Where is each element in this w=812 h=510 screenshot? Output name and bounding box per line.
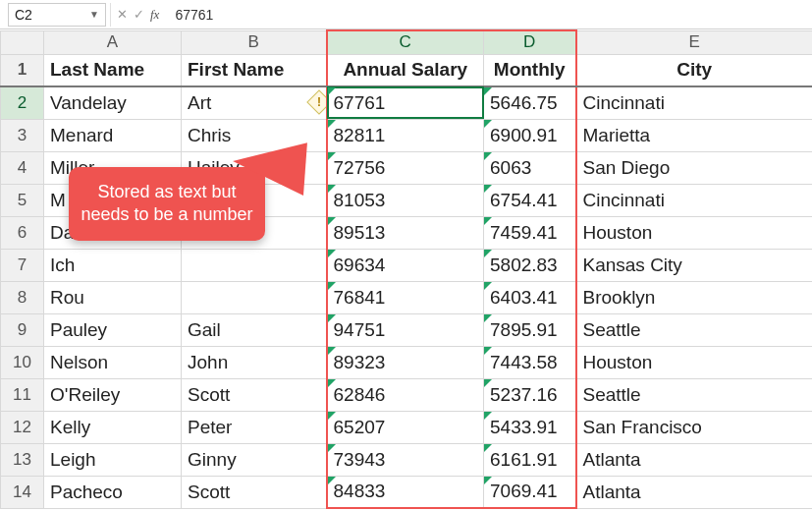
row-header[interactable]: 12 bbox=[1, 411, 44, 443]
cell[interactable]: Peter bbox=[182, 411, 327, 443]
cell[interactable]: 6900.91 bbox=[484, 119, 576, 151]
cell[interactable]: San Diego bbox=[576, 151, 813, 184]
cell[interactable]: Scott bbox=[182, 378, 327, 411]
cell[interactable]: 5237.16 bbox=[484, 378, 576, 411]
row-header[interactable]: 14 bbox=[1, 476, 44, 508]
select-all-corner[interactable] bbox=[1, 30, 44, 54]
name-box-value: C2 bbox=[15, 7, 32, 23]
row-header[interactable]: 10 bbox=[1, 346, 44, 378]
cell[interactable]: 73943 bbox=[327, 443, 484, 476]
cell[interactable] bbox=[182, 281, 327, 313]
cancel-icon[interactable]: ✕ bbox=[117, 7, 128, 22]
cell[interactable]: First Name bbox=[182, 54, 327, 86]
cell[interactable]: Seattle bbox=[576, 378, 813, 411]
row-header[interactable]: 9 bbox=[1, 313, 44, 346]
cell[interactable]: Last Name bbox=[44, 54, 182, 86]
error-indicator-icon[interactable] bbox=[306, 89, 327, 114]
cell[interactable]: Vandelay bbox=[44, 86, 182, 119]
row-header[interactable]: 6 bbox=[1, 216, 44, 249]
cell[interactable]: 6403.41 bbox=[484, 281, 576, 313]
table-row: 11 O'Reiley Scott 62846 5237.16 Seattle bbox=[1, 378, 813, 411]
cell[interactable]: Marietta bbox=[576, 119, 813, 151]
cell[interactable]: 7459.41 bbox=[484, 216, 576, 249]
row-header[interactable]: 7 bbox=[1, 249, 44, 281]
cell[interactable]: Gail bbox=[182, 313, 327, 346]
row-header[interactable]: 1 bbox=[1, 54, 44, 86]
cell[interactable]: Nelson bbox=[44, 346, 182, 378]
cell[interactable]: John bbox=[182, 346, 327, 378]
row-header[interactable]: 13 bbox=[1, 443, 44, 476]
cell[interactable]: Menard bbox=[44, 119, 182, 151]
table-row: 8 Rou 76841 6403.41 Brooklyn bbox=[1, 281, 813, 313]
cell[interactable]: 5802.83 bbox=[484, 249, 576, 281]
cell[interactable]: City bbox=[576, 54, 813, 86]
fx-icon[interactable]: fx bbox=[150, 7, 159, 23]
cell[interactable]: 6063 bbox=[484, 151, 576, 184]
formula-bar-value[interactable]: 67761 bbox=[165, 7, 213, 23]
cell[interactable]: 7895.91 bbox=[484, 313, 576, 346]
cell[interactable]: 62846 bbox=[327, 378, 484, 411]
row-header[interactable]: 2 bbox=[1, 86, 44, 119]
cell[interactable]: Cincinnati bbox=[576, 86, 813, 119]
cell[interactable]: Brooklyn bbox=[576, 281, 813, 313]
row-header[interactable]: 11 bbox=[1, 378, 44, 411]
cell[interactable]: Houston bbox=[576, 346, 813, 378]
cell[interactable]: 6161.91 bbox=[484, 443, 576, 476]
cell[interactable]: Annual Salary bbox=[327, 54, 484, 86]
table-row: 7 Ich 69634 5802.83 Kansas City bbox=[1, 249, 813, 281]
spreadsheet-grid[interactable]: A B C D E 1 Last Name First Name Annual … bbox=[0, 29, 812, 509]
cell[interactable]: 6754.41 bbox=[484, 184, 576, 216]
row-header[interactable]: 8 bbox=[1, 281, 44, 313]
cell[interactable]: Scott bbox=[182, 476, 327, 508]
col-header-c[interactable]: C bbox=[327, 30, 484, 54]
cell[interactable]: 7443.58 bbox=[484, 346, 576, 378]
col-header-a[interactable]: A bbox=[44, 30, 182, 54]
col-header-d[interactable]: D bbox=[484, 30, 576, 54]
cell[interactable]: Cincinnati bbox=[576, 184, 813, 216]
table-row: 3 Menard Chris 82811 6900.91 Marietta bbox=[1, 119, 813, 151]
cell[interactable]: Seattle bbox=[576, 313, 813, 346]
callout-text: Stored as text but needs to be a number bbox=[81, 182, 252, 224]
cell[interactable]: Leigh bbox=[44, 443, 182, 476]
cell[interactable]: 89513 bbox=[327, 216, 484, 249]
cell[interactable]: 89323 bbox=[327, 346, 484, 378]
row-header[interactable]: 5 bbox=[1, 184, 44, 216]
cell[interactable]: Kelly bbox=[44, 411, 182, 443]
cell[interactable]: 72756 bbox=[327, 151, 484, 184]
col-header-b[interactable]: B bbox=[182, 30, 327, 54]
cell[interactable]: San Francisco bbox=[576, 411, 813, 443]
cell[interactable]: 76841 bbox=[327, 281, 484, 313]
cell[interactable]: Pacheco bbox=[44, 476, 182, 508]
cell[interactable]: 65207 bbox=[327, 411, 484, 443]
cell[interactable]: Atlanta bbox=[576, 443, 813, 476]
cell[interactable]: 69634 bbox=[327, 249, 484, 281]
cell[interactable]: Pauley bbox=[44, 313, 182, 346]
cell[interactable]: 82811 bbox=[327, 119, 484, 151]
cell[interactable]: 7069.41 bbox=[484, 476, 576, 508]
cell[interactable]: Ginny bbox=[182, 443, 327, 476]
name-box[interactable]: C2 ▼ bbox=[8, 3, 106, 27]
cell[interactable]: Ich bbox=[44, 249, 182, 281]
chevron-down-icon[interactable]: ▼ bbox=[89, 9, 99, 20]
row-header[interactable]: 3 bbox=[1, 119, 44, 151]
cell[interactable]: 5646.75 bbox=[484, 86, 576, 119]
cell[interactable]: Art bbox=[182, 86, 327, 119]
table-row: 14 Pacheco Scott 84833 7069.41 Atlanta bbox=[1, 476, 813, 508]
enter-icon[interactable]: ✓ bbox=[134, 7, 144, 22]
row-header[interactable]: 4 bbox=[1, 151, 44, 184]
cell[interactable]: O'Reiley bbox=[44, 378, 182, 411]
cell[interactable]: Rou bbox=[44, 281, 182, 313]
table-row: 12 Kelly Peter 65207 5433.91 San Francis… bbox=[1, 411, 813, 443]
cell[interactable]: Kansas City bbox=[576, 249, 813, 281]
cell[interactable]: 84833 bbox=[327, 476, 484, 508]
cell[interactable]: Houston bbox=[576, 216, 813, 249]
cell[interactable] bbox=[182, 249, 327, 281]
cell[interactable]: Atlanta bbox=[576, 476, 813, 508]
cell[interactable]: 94751 bbox=[327, 313, 484, 346]
cell[interactable]: 5433.91 bbox=[484, 411, 576, 443]
cell[interactable]: 81053 bbox=[327, 184, 484, 216]
cell[interactable]: Monthly bbox=[484, 54, 576, 86]
col-header-e[interactable]: E bbox=[576, 30, 813, 54]
cell-active[interactable]: 67761 bbox=[327, 86, 484, 119]
formula-bar-buttons: ✕ ✓ fx bbox=[110, 3, 165, 27]
